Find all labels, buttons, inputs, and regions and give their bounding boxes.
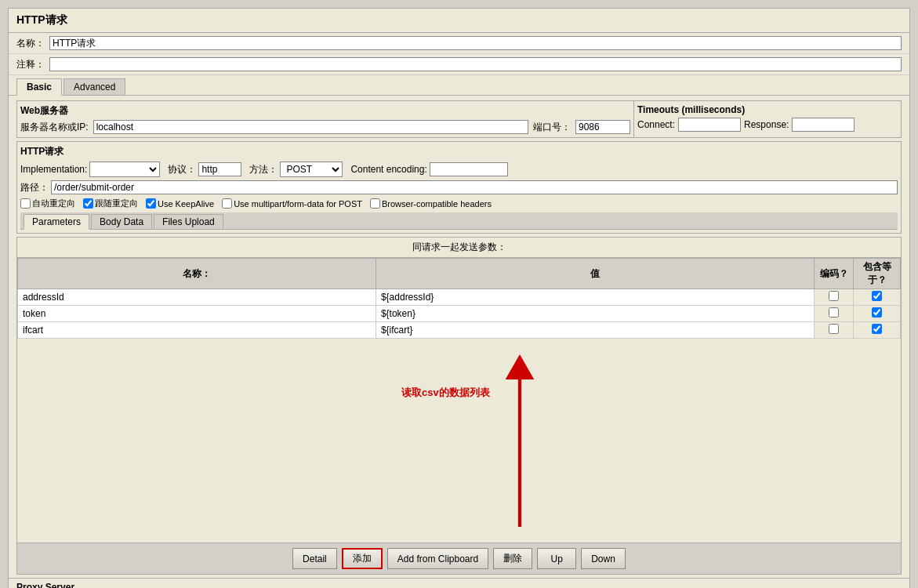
encoding-label: Content encoding: xyxy=(350,164,426,175)
server-label: 服务器名称或IP: xyxy=(20,121,89,134)
delete-button[interactable]: 删除 xyxy=(493,548,532,569)
encoding-input[interactable] xyxy=(430,162,508,176)
param-name: addressId xyxy=(18,289,376,306)
param-encode-cell[interactable] xyxy=(815,289,854,306)
method-label: 方法： xyxy=(249,163,278,176)
param-value: ${token} xyxy=(376,306,814,322)
timeouts-row: Connect: Response: xyxy=(637,118,898,132)
col-name-header: 名称： xyxy=(18,259,376,289)
col-encode-header: 编码？ xyxy=(815,259,854,289)
port-input[interactable] xyxy=(575,120,630,134)
tab-parameters[interactable]: Parameters xyxy=(24,214,89,230)
panel-title: HTTP请求 xyxy=(9,9,909,33)
param-include-check[interactable] xyxy=(872,307,882,318)
add-clipboard-button[interactable]: Add from Clipboard xyxy=(387,548,488,569)
params-header: 同请求一起发送参数： xyxy=(17,238,901,258)
comment-label: 注释： xyxy=(16,58,45,71)
cb-follow-check[interactable] xyxy=(83,198,93,209)
port-label: 端口号： xyxy=(533,121,571,134)
params-area: 同请求一起发送参数： 名称： 值 编码？ 包含等于？ addressId ${a… xyxy=(16,237,902,575)
cb-auto[interactable]: 自动重定向 xyxy=(20,198,75,209)
cb-follow[interactable]: 跟随重定向 xyxy=(83,198,138,209)
cb-browser[interactable]: Browser-compatible headers xyxy=(370,198,492,209)
tab-files-upload[interactable]: Files Upload xyxy=(154,214,223,229)
param-value: ${ifcart} xyxy=(376,322,814,339)
inner-tab-bar: Parameters Body Data Files Upload xyxy=(20,212,898,230)
cb-keepalive[interactable]: Use KeepAlive xyxy=(146,198,214,209)
param-encode-cell[interactable] xyxy=(815,322,854,339)
proxy-section: Proxy Server 服务器名称或IP: 端口号： 用户名 密码 xyxy=(9,578,909,588)
path-input[interactable] xyxy=(51,180,898,194)
timeouts-section: Timeouts (milliseconds) Connect: Respons… xyxy=(634,101,901,137)
method-select[interactable]: POST GET PUT DELETE xyxy=(280,162,343,177)
tab-body-data[interactable]: Body Data xyxy=(91,214,152,229)
table-row: token ${token} xyxy=(18,306,901,322)
name-row: 名称： xyxy=(9,33,909,54)
protocol-input[interactable] xyxy=(198,162,241,176)
timeouts-title: Timeouts (milliseconds) xyxy=(637,104,898,115)
name-input[interactable] xyxy=(49,36,902,50)
param-name: ifcart xyxy=(18,322,376,339)
annotation-text: 读取csv的数据列表 xyxy=(401,386,490,400)
cb-multipart-check[interactable] xyxy=(222,198,232,209)
param-encode-cell[interactable] xyxy=(815,306,854,322)
protocol-label: 协议： xyxy=(168,163,196,176)
server-input[interactable] xyxy=(93,120,528,134)
response-input[interactable] xyxy=(792,118,855,132)
tab-advanced[interactable]: Advanced xyxy=(63,78,125,95)
col-include-header: 包含等于？ xyxy=(854,259,901,289)
param-include-cell[interactable] xyxy=(854,306,901,322)
table-row: ifcart ${ifcart} xyxy=(18,322,901,339)
down-button[interactable]: Down xyxy=(581,548,626,569)
detail-button[interactable]: Detail xyxy=(292,548,337,569)
param-name: token xyxy=(18,306,376,322)
cb-auto-check[interactable] xyxy=(20,198,31,209)
comment-input[interactable] xyxy=(49,57,902,71)
server-row: 服务器名称或IP: 端口号： xyxy=(20,120,630,134)
response-label: Response: xyxy=(744,119,789,130)
bottom-buttons: Detail 添加 Add from Clipboard 删除 Up Down xyxy=(17,543,901,574)
webserver-left: Web服务器 服务器名称或IP: 端口号： xyxy=(17,101,634,137)
checkbox-row: 自动重定向 跟随重定向 Use KeepAlive Use multipart/… xyxy=(20,198,898,209)
param-include-cell[interactable] xyxy=(854,289,901,306)
path-label: 路径： xyxy=(20,181,49,194)
cb-multipart[interactable]: Use multipart/form-data for POST xyxy=(222,198,362,209)
main-panel: HTTP请求 名称： 注释： Basic Advanced Web服务器 服务器… xyxy=(8,8,910,588)
path-row: 路径： xyxy=(20,180,898,194)
cb-browser-check[interactable] xyxy=(370,198,380,209)
col-value-header: 值 xyxy=(376,259,814,289)
webserver-section: Web服务器 服务器名称或IP: 端口号： Timeouts (millisec… xyxy=(16,100,902,138)
add-button[interactable]: 添加 xyxy=(342,548,383,569)
param-include-cell[interactable] xyxy=(854,322,901,339)
main-tab-bar: Basic Advanced xyxy=(9,75,909,96)
http-section-title: HTTP请求 xyxy=(20,145,898,158)
connect-input[interactable] xyxy=(678,118,741,132)
impl-select[interactable] xyxy=(89,162,160,177)
impl-label: Implementation: xyxy=(20,164,87,175)
webserver-title: Web服务器 xyxy=(20,104,630,118)
param-include-check[interactable] xyxy=(872,324,882,334)
param-encode-check[interactable] xyxy=(829,291,839,301)
connect-label: Connect: xyxy=(637,119,675,130)
name-label: 名称： xyxy=(16,37,45,50)
comment-row: 注释： xyxy=(9,54,909,75)
param-encode-check[interactable] xyxy=(829,324,839,334)
table-row: addressId ${addressId} xyxy=(18,289,901,306)
proxy-title: Proxy Server xyxy=(16,582,902,588)
param-include-check[interactable] xyxy=(872,291,882,301)
http-row1: Implementation: 协议： 方法： POST GET PUT DEL… xyxy=(20,162,898,177)
param-value: ${addressId} xyxy=(376,289,814,306)
svg-marker-1 xyxy=(506,354,535,379)
params-table: 名称： 值 编码？ 包含等于？ addressId ${addressId} t… xyxy=(17,258,901,339)
tab-basic[interactable]: Basic xyxy=(16,78,62,96)
annotation-arrow xyxy=(17,339,901,543)
annotation-area: 读取csv的数据列表 xyxy=(17,339,901,543)
http-request-section: HTTP请求 Implementation: 协议： 方法： POST GET … xyxy=(16,141,902,234)
params-body-area: 名称： 值 编码？ 包含等于？ addressId ${addressId} t… xyxy=(17,258,901,543)
param-encode-check[interactable] xyxy=(829,307,839,318)
up-button[interactable]: Up xyxy=(537,548,576,569)
cb-keepalive-check[interactable] xyxy=(146,198,156,209)
